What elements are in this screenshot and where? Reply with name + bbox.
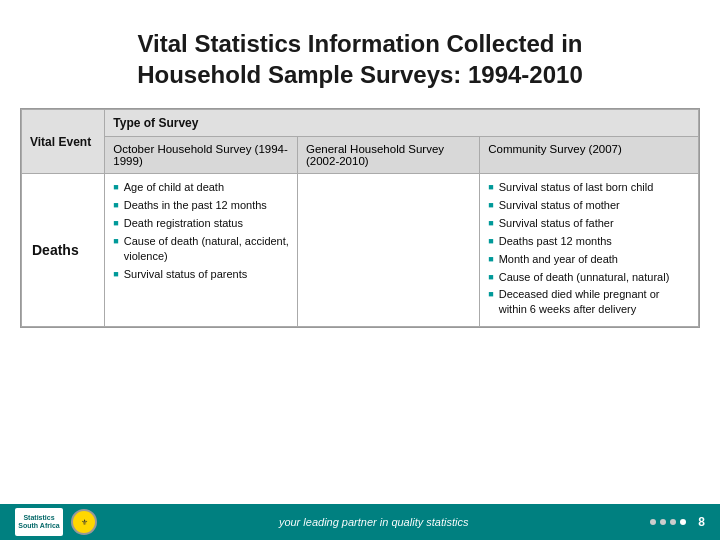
- page-number: 8: [698, 515, 705, 529]
- slide: Vital Statistics Information Collected i…: [0, 0, 720, 540]
- type-of-survey-header: Type of Survey: [105, 110, 699, 137]
- gen-data-cell: [297, 174, 479, 327]
- deaths-event-label: Deaths: [32, 242, 79, 258]
- col2-header-label: Type of Survey: [113, 116, 198, 130]
- title-line1: Vital Statistics Information Collected i…: [138, 30, 583, 57]
- gen-subheader: General Household Survey (2002-2010): [297, 137, 479, 174]
- slide-title: Vital Statistics Information Collected i…: [60, 28, 660, 90]
- oct-item-4: Cause of death (natural, accident, viole…: [113, 234, 289, 264]
- title-area: Vital Statistics Information Collected i…: [0, 0, 720, 108]
- oct-item-1: Age of child at death: [113, 180, 289, 195]
- tagline-text: your leading partner in quality statisti…: [279, 516, 469, 528]
- oct-item-2: Deaths in the past 12 months: [113, 198, 289, 213]
- main-table-wrapper: Vital Event Type of Survey October House…: [20, 108, 700, 328]
- oct-data-cell: Age of child at death Deaths in the past…: [105, 174, 298, 327]
- emblem-symbol: ⚜: [81, 518, 88, 527]
- com-subheader: Community Survey (2007): [480, 137, 699, 174]
- com-item-2: Survival status of mother: [488, 198, 690, 213]
- dot-1: [650, 519, 656, 525]
- col1-header-label: Vital Event: [30, 135, 91, 149]
- com-item-7: Deceased died while pregnant or within 6…: [488, 287, 690, 317]
- oct-subheader: October Household Survey (1994-1999): [105, 137, 298, 174]
- com-label: Community Survey (2007): [488, 143, 622, 155]
- tagline: your leading partner in quality statisti…: [279, 516, 469, 528]
- com-item-3: Survival status of father: [488, 216, 690, 231]
- page-number-area: 8: [650, 515, 705, 529]
- dot-3: [670, 519, 676, 525]
- com-bullet-list: Survival status of last born child Survi…: [488, 180, 690, 317]
- com-item-6: Cause of death (unnatural, natural): [488, 270, 690, 285]
- logo-text: StatisticsSouth Africa: [18, 514, 59, 531]
- bottom-bar: StatisticsSouth Africa ⚜ your leading pa…: [0, 504, 720, 540]
- title-line2: Household Sample Surveys: 1994-2010: [137, 61, 583, 88]
- oct-item-5: Survival status of parents: [113, 267, 289, 282]
- header-row-1: Vital Event Type of Survey: [22, 110, 699, 137]
- dot-2: [660, 519, 666, 525]
- deaths-row: Deaths Age of child at death Deaths in t…: [22, 174, 699, 327]
- dot-4: [680, 519, 686, 525]
- gen-label: General Household Survey (2002-2010): [306, 143, 444, 167]
- com-item-4: Deaths past 12 months: [488, 234, 690, 249]
- data-table: Vital Event Type of Survey October House…: [21, 109, 699, 327]
- oct-item-3: Death registration status: [113, 216, 289, 231]
- com-item-1: Survival status of last born child: [488, 180, 690, 195]
- logo-area: StatisticsSouth Africa ⚜: [15, 508, 97, 536]
- oct-bullet-list: Age of child at death Deaths in the past…: [113, 180, 289, 281]
- com-item-5: Month and year of death: [488, 252, 690, 267]
- emblem-logo: ⚜: [71, 509, 97, 535]
- com-data-cell: Survival status of last born child Survi…: [480, 174, 699, 327]
- header-row-2: October Household Survey (1994-1999) Gen…: [22, 137, 699, 174]
- stats-logo: StatisticsSouth Africa: [15, 508, 63, 536]
- vital-event-header: Vital Event: [22, 110, 105, 174]
- deaths-event-cell: Deaths: [22, 174, 105, 327]
- oct-label: October Household Survey (1994-1999): [113, 143, 288, 167]
